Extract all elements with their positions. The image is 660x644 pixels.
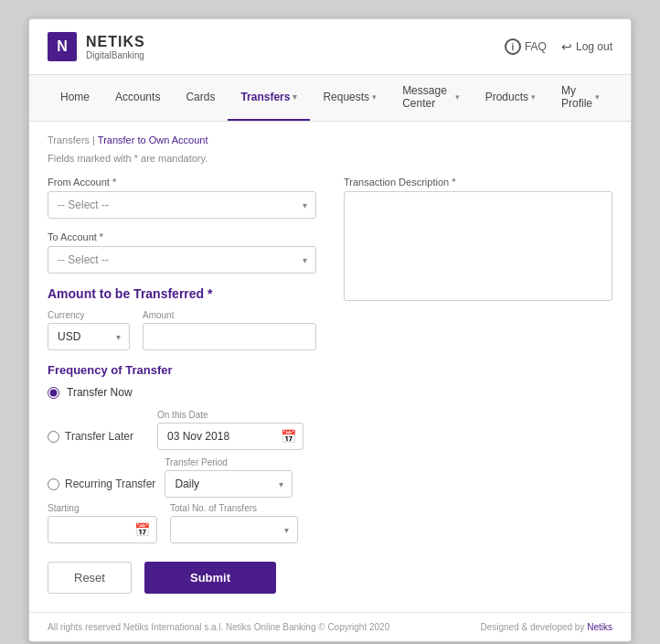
faq-icon: i: [505, 38, 521, 55]
from-account-select[interactable]: -- Select --: [48, 191, 316, 219]
recurring-transfer-row: Recurring Transfer Transfer Period Daily…: [48, 457, 316, 498]
footer-left: All rights reserved Netiks International…: [48, 622, 389, 632]
transfer-now-radio[interactable]: [48, 387, 59, 399]
transfer-period-label: Transfer Period: [165, 457, 293, 467]
breadcrumb-parent: Transfers: [48, 134, 90, 145]
nav-label-my-profile: My Profile: [561, 84, 592, 110]
starting-date-wrapper: 📅: [48, 516, 157, 543]
nav-label-products: Products: [485, 91, 528, 103]
faq-button[interactable]: i FAQ: [505, 38, 547, 55]
total-transfers-group: Total No. of Transfers ▾: [170, 503, 298, 543]
to-account-label: To Account *: [48, 231, 316, 242]
footer-right: Designed & developed by Netiks: [480, 622, 612, 632]
reset-button[interactable]: Reset: [48, 562, 132, 594]
from-account-wrapper: -- Select -- ▾: [48, 191, 316, 219]
nav-item-products[interactable]: Products ▾: [473, 75, 548, 121]
nav-label-requests: Requests: [323, 91, 369, 103]
logout-icon: ↩: [561, 39, 572, 54]
amount-input[interactable]: [143, 323, 316, 350]
recurring-transfer-radio[interactable]: [48, 478, 59, 490]
amount-label: Amount: [143, 310, 316, 320]
amount-section: Amount to be Transferred * Currency USD …: [48, 286, 316, 350]
starting-calendar-icon[interactable]: 📅: [134, 522, 150, 537]
breadcrumb-current[interactable]: Transfer to Own Account: [98, 134, 208, 145]
transfer-now-row: Transfer Now: [48, 386, 316, 399]
nav-label-transfers: Transfers: [240, 91, 290, 103]
currency-label: Currency: [48, 310, 130, 320]
header: N NETIKS DigitalBanking i FAQ ↩ Log out: [29, 19, 631, 75]
starting-label: Starting: [48, 503, 157, 513]
starting-row: Starting 📅 Total No. of Transfers: [48, 503, 316, 543]
profile-chevron-icon: ▾: [595, 92, 600, 102]
footer-netiks-link[interactable]: Netiks: [587, 622, 612, 632]
nav-label-message-center: Message Center: [402, 84, 452, 110]
recurring-transfer-label: Recurring Transfer: [65, 478, 155, 490]
on-this-date-group: On this Date 📅: [157, 410, 303, 450]
transaction-description-input[interactable]: [344, 191, 612, 301]
transaction-description-group: Transaction Description *: [344, 177, 612, 304]
logo-area: N NETIKS DigitalBanking: [48, 32, 145, 61]
brand-name: NETIKS: [86, 34, 145, 50]
header-actions: i FAQ ↩ Log out: [505, 38, 612, 55]
amount-row: Currency USD EUR ▾ Amount: [48, 310, 316, 350]
transfer-now-label: Transfer Now: [67, 386, 133, 399]
amount-group: Amount: [143, 310, 316, 350]
form-right: Transaction Description *: [344, 177, 612, 594]
on-this-date-calendar-icon[interactable]: 📅: [281, 429, 296, 444]
nav-item-transfers[interactable]: Transfers ▾: [228, 75, 310, 121]
logo-box: N: [48, 32, 77, 61]
on-this-date-label: On this Date: [157, 410, 303, 420]
frequency-section: Frequency of Transfer Transfer Now Trans…: [48, 363, 316, 543]
nav-item-my-profile[interactable]: My Profile ▾: [548, 75, 612, 121]
submit-button[interactable]: Submit: [144, 562, 276, 594]
footer-right-prefix: Designed & developed by: [480, 622, 587, 632]
browser-window: N NETIKS DigitalBanking i FAQ ↩ Log out …: [28, 18, 632, 642]
transfer-later-radio-label: Transfer Later: [48, 430, 148, 450]
date-input-wrapper: 📅: [157, 423, 303, 450]
total-transfers-wrapper: ▾: [170, 516, 298, 543]
logout-button[interactable]: ↩ Log out: [561, 39, 612, 54]
logout-label: Log out: [576, 40, 612, 53]
brand-text: NETIKS DigitalBanking: [86, 34, 145, 60]
frequency-title: Frequency of Transfer: [48, 363, 316, 377]
transfer-period-wrapper: Daily Weekly Monthly ▾: [165, 470, 293, 498]
nav-label-cards: Cards: [186, 91, 215, 103]
form-left: From Account * -- Select -- ▾ To Account…: [48, 177, 316, 594]
nav-item-requests[interactable]: Requests ▾: [310, 75, 389, 121]
transfer-later-label: Transfer Later: [65, 430, 133, 443]
transfer-later-row: Transfer Later On this Date 📅: [48, 410, 316, 450]
requests-chevron-icon: ▾: [372, 92, 377, 102]
message-chevron-icon: ▾: [455, 92, 460, 102]
from-account-label: From Account *: [48, 177, 316, 188]
recurring-radio-label: Recurring Transfer: [48, 478, 155, 498]
total-transfers-select[interactable]: [170, 516, 298, 543]
mandatory-note: Fields marked with * are mandatory.: [48, 153, 612, 164]
nav-label-home: Home: [60, 91, 90, 103]
nav-bar: Home Accounts Cards Transfers ▾ Requests…: [29, 75, 631, 122]
starting-group: Starting 📅: [48, 503, 157, 543]
transfers-chevron-icon: ▾: [293, 92, 297, 102]
transaction-description-label: Transaction Description *: [344, 177, 612, 188]
transfer-later-radio[interactable]: [48, 431, 59, 443]
amount-title: Amount to be Transferred *: [48, 286, 316, 301]
currency-group: Currency USD EUR ▾: [48, 310, 130, 350]
total-transfers-label: Total No. of Transfers: [170, 503, 298, 513]
to-account-select[interactable]: -- Select --: [48, 246, 316, 274]
footer: All rights reserved Netiks International…: [29, 612, 631, 641]
faq-label: FAQ: [525, 40, 547, 53]
to-account-wrapper: -- Select -- ▾: [48, 246, 316, 274]
main-content: Transfers | Transfer to Own Account Fiel…: [29, 122, 631, 612]
brand-subtitle: DigitalBanking: [86, 50, 145, 60]
from-account-group: From Account * -- Select -- ▾: [48, 177, 316, 219]
to-account-group: To Account * -- Select -- ▾: [48, 231, 316, 274]
btn-row: Reset Submit: [48, 562, 316, 594]
nav-item-accounts[interactable]: Accounts: [102, 75, 173, 121]
nav-item-home[interactable]: Home: [48, 75, 102, 121]
currency-select[interactable]: USD EUR: [48, 323, 130, 350]
currency-wrapper: USD EUR ▾: [48, 323, 130, 350]
transfer-period-select[interactable]: Daily Weekly Monthly: [165, 470, 293, 498]
nav-item-message-center[interactable]: Message Center ▾: [389, 75, 473, 121]
form-row: From Account * -- Select -- ▾ To Account…: [48, 177, 612, 594]
nav-item-cards[interactable]: Cards: [173, 75, 228, 121]
transfer-period-group: Transfer Period Daily Weekly Monthly ▾: [165, 457, 293, 498]
